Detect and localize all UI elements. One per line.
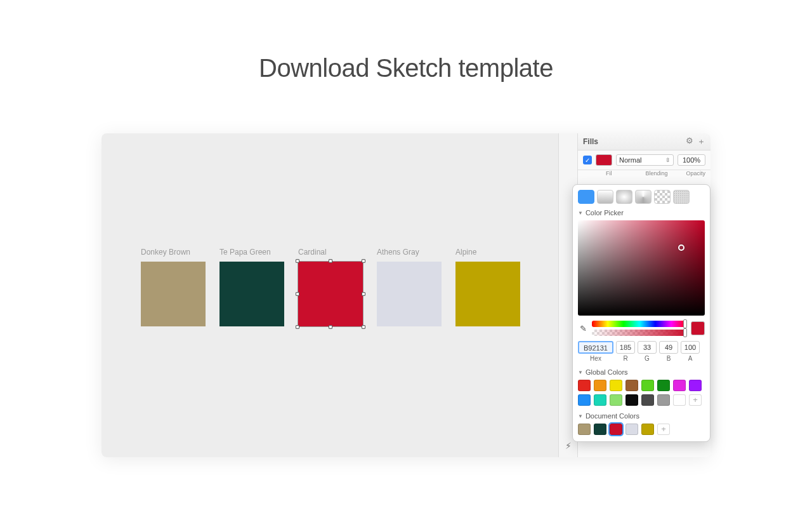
slider-thumb-icon[interactable]	[683, 328, 687, 337]
swatch-cardinal[interactable]	[298, 262, 363, 326]
global-color-chip[interactable]	[657, 380, 670, 391]
section-label: Document Colors	[586, 412, 639, 420]
global-color-chip[interactable]	[673, 394, 686, 406]
hue-slider[interactable]	[592, 321, 687, 327]
fill-type-angular-gradient[interactable]	[635, 190, 652, 204]
saturation-field[interactable]	[578, 220, 705, 316]
page-title: Download Sketch template	[0, 54, 812, 83]
chevron-down-icon: ▼	[578, 413, 583, 419]
document-color-chip[interactable]	[625, 424, 638, 435]
g-input[interactable]: 33	[638, 341, 657, 354]
swatch-label: Athens Gray	[377, 248, 442, 257]
swatch-group-athens-gray: Athens Gray	[377, 248, 442, 326]
chevron-down-icon: ▼	[578, 370, 583, 375]
section-color-picker[interactable]: ▼ Color Picker	[578, 209, 705, 217]
fill-type-pattern[interactable]	[654, 190, 671, 204]
add-global-color[interactable]: +	[689, 394, 702, 406]
a-input[interactable]: 100	[681, 341, 700, 354]
resize-handle-icon[interactable]	[296, 325, 299, 329]
global-colors-row: +	[578, 380, 705, 406]
document-color-chip[interactable]	[641, 424, 654, 435]
canvas[interactable]: Donkey Brown Te Papa Green Cardinal	[102, 133, 558, 457]
section-global-colors[interactable]: ▼ Global Colors	[578, 368, 705, 376]
section-document-colors[interactable]: ▼ Document Colors	[578, 412, 705, 420]
global-color-chip[interactable]	[673, 380, 686, 391]
blend-mode-select[interactable]: Normal ⇳	[616, 154, 674, 166]
swatch-row: Donkey Brown Te Papa Green Cardinal	[141, 248, 520, 326]
label-g: G	[645, 355, 650, 362]
resize-handle-icon[interactable]	[296, 292, 299, 296]
resize-handle-icon[interactable]	[296, 259, 299, 263]
fills-header: Fills ⚙ ＋	[578, 133, 710, 150]
inspector-panel: Fills ⚙ ＋ ✓ Normal ⇳ 100% Fil Blending O…	[577, 133, 710, 457]
gear-icon[interactable]: ⚙	[686, 136, 693, 147]
chevron-updown-icon: ⇳	[665, 157, 671, 163]
preview-swatch	[691, 321, 705, 335]
resize-handle-icon[interactable]	[329, 325, 332, 329]
eyedropper-icon[interactable]: ✎	[578, 324, 588, 333]
blend-mode-value: Normal	[619, 156, 641, 164]
global-color-chip[interactable]	[594, 394, 606, 406]
swatch-group-cardinal: Cardinal	[298, 248, 363, 326]
fill-type-radial-gradient[interactable]	[616, 190, 632, 204]
swatch-group-te-papa-green: Te Papa Green	[219, 248, 284, 326]
plus-icon[interactable]: ＋	[697, 136, 705, 147]
global-color-chip[interactable]	[689, 380, 702, 391]
fill-row: ✓ Normal ⇳ 100%	[578, 150, 710, 170]
swatch-alpine[interactable]	[455, 262, 520, 326]
r-input[interactable]: 185	[616, 341, 635, 354]
global-color-chip[interactable]	[578, 394, 591, 406]
opacity-input[interactable]: 100%	[678, 154, 705, 166]
section-label: Color Picker	[586, 209, 624, 217]
document-color-chip[interactable]	[610, 424, 622, 435]
hex-input[interactable]: B92131	[578, 341, 613, 354]
resize-handle-icon[interactable]	[329, 259, 332, 263]
document-color-chip[interactable]	[594, 424, 606, 435]
swatch-donkey-brown[interactable]	[141, 262, 206, 326]
label-r: R	[623, 355, 627, 362]
fill-type-linear-gradient[interactable]	[597, 190, 613, 204]
global-color-chip[interactable]	[625, 380, 638, 391]
swatch-label: Cardinal	[298, 248, 363, 257]
slider-thumb-icon[interactable]	[683, 319, 687, 328]
global-color-chip[interactable]	[610, 380, 622, 391]
app-window: Donkey Brown Te Papa Green Cardinal	[102, 133, 710, 457]
add-document-color[interactable]: +	[657, 424, 670, 435]
label-hex: Hex	[590, 355, 601, 362]
document-colors-row: +	[578, 424, 705, 435]
swatch-label: Te Papa Green	[219, 248, 284, 257]
fill-color-swatch[interactable]	[596, 154, 612, 166]
swatch-label: Donkey Brown	[141, 248, 206, 257]
bolt-icon[interactable]: ⚡︎	[565, 441, 572, 451]
fill-sublabels: Fil Blending Opacity	[578, 170, 710, 179]
value-row: B92131 Hex 185 R 33 G 49 B 100 A	[578, 341, 705, 362]
chevron-down-icon: ▼	[578, 210, 583, 216]
swatch-athens-gray[interactable]	[377, 262, 442, 326]
saturation-marker-icon[interactable]	[678, 244, 684, 251]
global-color-chip[interactable]	[578, 380, 591, 391]
label-blending: Blending	[645, 170, 667, 177]
document-color-chip[interactable]	[578, 424, 591, 435]
swatch-label: Alpine	[455, 248, 520, 257]
swatch-te-papa-green[interactable]	[219, 262, 284, 326]
slider-row: ✎	[578, 321, 705, 336]
global-color-chip[interactable]	[625, 394, 638, 406]
fill-checkbox[interactable]: ✓	[583, 156, 592, 164]
swatch-group-donkey-brown: Donkey Brown	[141, 248, 206, 326]
resize-handle-icon[interactable]	[362, 259, 365, 263]
global-color-chip[interactable]	[610, 394, 622, 406]
label-b: B	[667, 355, 671, 362]
resize-handle-icon[interactable]	[362, 325, 365, 329]
global-color-chip[interactable]	[641, 380, 654, 391]
global-color-chip[interactable]	[594, 380, 606, 391]
resize-handle-icon[interactable]	[362, 292, 365, 296]
section-label: Global Colors	[586, 368, 628, 376]
fill-type-solid[interactable]	[578, 190, 594, 204]
label-fill: Fil	[606, 170, 612, 177]
fill-type-noise[interactable]	[673, 190, 690, 204]
alpha-slider[interactable]	[592, 330, 687, 336]
label-opacity: Opacity	[686, 170, 705, 177]
b-input[interactable]: 49	[659, 341, 678, 354]
global-color-chip[interactable]	[657, 394, 670, 406]
global-color-chip[interactable]	[641, 394, 654, 406]
